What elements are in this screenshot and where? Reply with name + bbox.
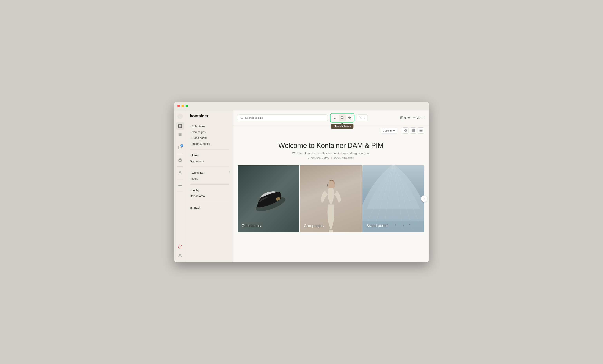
nav-account-icon[interactable] xyxy=(176,251,184,259)
minimize-button[interactable] xyxy=(181,105,184,107)
svg-rect-35 xyxy=(413,131,414,132)
cart-count: 0 xyxy=(364,116,365,119)
cart-button[interactable]: 0 xyxy=(357,114,368,121)
scroll-right-button[interactable]: › xyxy=(421,196,427,202)
maximize-button[interactable] xyxy=(186,105,188,107)
favorite-button[interactable] xyxy=(346,114,353,121)
icon-bar: ‹ 4 xyxy=(174,110,186,262)
svg-rect-18 xyxy=(341,117,343,119)
search-icon xyxy=(241,116,244,119)
svg-rect-33 xyxy=(414,130,415,131)
sidebar-item-trash[interactable]: 🗑 Trash xyxy=(186,205,233,210)
sidebar-item-press[interactable]: › Press xyxy=(186,153,233,158)
more-button[interactable]: ••• MORE xyxy=(413,116,424,119)
show-duplicates-tooltip: Show duplicates xyxy=(331,124,353,129)
nav-help-icon[interactable] xyxy=(176,243,184,251)
svg-rect-28 xyxy=(412,129,413,130)
svg-rect-30 xyxy=(414,129,415,130)
collections-card[interactable]: Collections xyxy=(238,165,299,232)
grid-view-button[interactable] xyxy=(402,127,408,134)
welcome-subtitle: We have already added files and created … xyxy=(238,152,424,155)
brand-portal-label: Brand portal xyxy=(366,223,388,228)
svg-point-19 xyxy=(361,119,361,119)
svg-rect-2 xyxy=(178,126,180,128)
logo: kontainer. xyxy=(190,113,229,119)
grid-sm-view-button[interactable] xyxy=(410,127,416,134)
svg-rect-26 xyxy=(404,131,405,132)
toolbar: Show duplicates 0 xyxy=(233,110,429,125)
nav-user-icon[interactable] xyxy=(176,169,184,177)
sidebar-item-campaigns[interactable]: › Campaigns xyxy=(186,129,233,135)
svg-rect-27 xyxy=(406,131,407,132)
sidebar-item-import[interactable]: Import xyxy=(186,176,233,182)
nav-bag-icon[interactable] xyxy=(176,156,184,164)
trash-icon: 🗑 xyxy=(190,206,192,209)
duplicate-button[interactable] xyxy=(339,114,346,121)
new-button[interactable]: NEW xyxy=(400,116,410,119)
sidebar-item-brand-portal[interactable]: › Brand portal xyxy=(186,135,233,141)
svg-rect-34 xyxy=(412,131,413,132)
svg-rect-7 xyxy=(179,159,181,161)
svg-rect-0 xyxy=(178,124,180,126)
sidebar-item-image-media[interactable]: › Image & media xyxy=(186,141,233,147)
titlebar xyxy=(174,102,429,110)
nav-chat-icon[interactable]: 4 xyxy=(176,143,184,151)
content-wrapper: Collections xyxy=(238,165,424,232)
svg-point-54 xyxy=(409,224,410,225)
nav-list-icon[interactable] xyxy=(176,131,184,139)
chevron-down-icon xyxy=(393,129,395,132)
sidebar-item-lobby[interactable]: › Lobby xyxy=(186,187,233,193)
collections-label: Collections xyxy=(242,223,261,228)
svg-point-20 xyxy=(361,119,362,119)
nav-grid-icon[interactable] xyxy=(176,122,184,130)
search-bar[interactable] xyxy=(238,114,328,121)
chevron-icon: › xyxy=(190,189,190,191)
content-area: Show duplicates 0 xyxy=(233,110,429,262)
svg-point-52 xyxy=(395,224,396,225)
chevron-icon: › xyxy=(190,143,190,145)
sidebar-item-collections[interactable]: › Collections xyxy=(186,123,233,129)
nav-settings-icon[interactable] xyxy=(176,182,184,189)
upgrade-demo-link[interactable]: UPGRADE DEMO xyxy=(308,156,329,159)
welcome-links: UPGRADE DEMO | BOOK MEETING xyxy=(238,156,424,159)
sidebar-item-workflows[interactable]: › Workflows xyxy=(186,170,233,176)
svg-rect-3 xyxy=(180,126,182,128)
welcome-section: Welcome to Kontainer DAM & PIM We have a… xyxy=(238,142,424,159)
svg-rect-24 xyxy=(404,129,405,130)
sidebar: kontainer. › Collections › Campaigns › B… xyxy=(186,110,233,262)
close-button[interactable] xyxy=(177,105,180,107)
campaigns-card[interactable]: Campaigns xyxy=(300,165,362,232)
chevron-icon: › xyxy=(190,125,190,127)
svg-rect-1 xyxy=(180,124,182,126)
brand-portal-card[interactable]: Brand portal xyxy=(362,165,424,232)
campaigns-label: Campaigns xyxy=(304,223,324,228)
svg-line-13 xyxy=(243,118,243,119)
app-window: ‹ 4 xyxy=(174,102,429,262)
sidebar-item-documents[interactable]: Documents xyxy=(186,158,233,164)
svg-rect-25 xyxy=(406,129,407,130)
drag-handle: ⠿ xyxy=(229,171,231,174)
sidebar-item-upload-area[interactable]: Upload area xyxy=(186,193,233,199)
svg-rect-32 xyxy=(413,130,414,131)
svg-rect-29 xyxy=(413,129,414,130)
back-button[interactable]: ‹ xyxy=(177,113,183,119)
cart-icon xyxy=(359,116,362,119)
book-meeting-link[interactable]: BOOK MEETING xyxy=(334,156,354,159)
highlighted-icon-group: Show duplicates xyxy=(330,113,354,122)
sort-select[interactable]: Custom xyxy=(381,128,397,133)
welcome-title: Welcome to Kontainer DAM & PIM xyxy=(238,142,424,150)
chevron-icon: › xyxy=(190,172,190,174)
toolbar-right: NEW ••• MORE xyxy=(400,116,424,119)
view-separator xyxy=(400,129,400,132)
svg-point-53 xyxy=(403,225,404,226)
filter-button[interactable] xyxy=(331,114,338,121)
list-view-button[interactable] xyxy=(418,127,424,134)
content-scroll: Welcome to Kontainer DAM & PIM We have a… xyxy=(233,136,429,262)
svg-rect-31 xyxy=(412,130,413,131)
image-grid: Collections xyxy=(238,165,424,232)
chevron-icon: › xyxy=(190,137,190,139)
svg-point-10 xyxy=(178,245,182,248)
chevron-icon: › xyxy=(190,131,190,133)
svg-rect-36 xyxy=(414,131,415,132)
search-input[interactable] xyxy=(245,116,325,119)
